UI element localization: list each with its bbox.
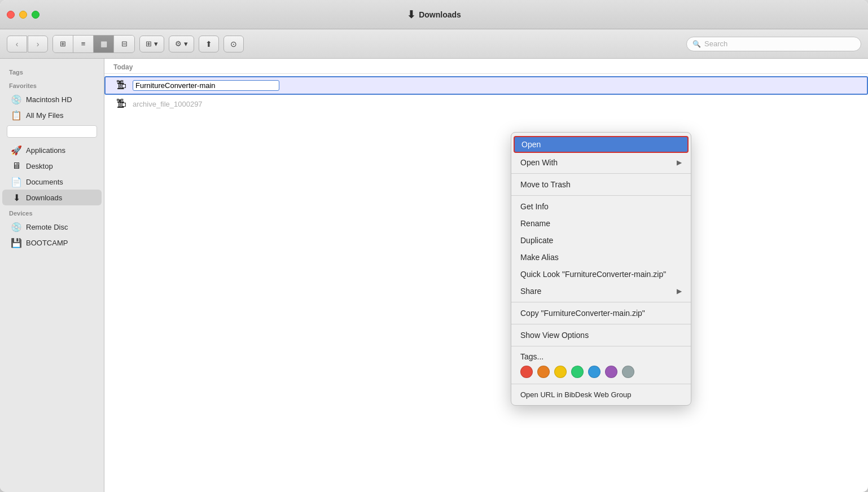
sidebar-item-documents[interactable]: 📄 Documents xyxy=(2,174,102,190)
sidebar-item-bootcamp[interactable]: 💾 BOOTCAMP xyxy=(2,235,102,251)
sidebar-item-label: Macintosh HD xyxy=(26,95,72,104)
file-item-archive[interactable]: 🗜 archive_file_1000297 xyxy=(104,95,868,113)
context-menu-rename[interactable]: Rename xyxy=(511,215,691,232)
sidebar-item-downloads[interactable]: ⬇ Downloads xyxy=(2,190,102,205)
sidebar-item-label: Desktop xyxy=(26,162,53,170)
view-icon-icon: ⊞ xyxy=(60,39,66,48)
view-list-button[interactable]: ≡ xyxy=(73,36,94,52)
context-menu-get-info[interactable]: Get Info xyxy=(511,198,691,215)
sidebar-item-desktop[interactable]: 🖥 Desktop xyxy=(2,158,102,174)
arrange-button[interactable]: ⊞ ▾ xyxy=(139,36,164,52)
context-menu-open-with[interactable]: Open With ▶ xyxy=(511,154,691,171)
view-column-icon: ▦ xyxy=(100,39,107,48)
view-cover-icon: ⊟ xyxy=(121,39,128,48)
share-menu-label: Share xyxy=(520,287,541,296)
view-icon-button[interactable]: ⊞ xyxy=(53,36,73,52)
sidebar-item-applications[interactable]: 🚀 Applications xyxy=(2,142,102,158)
bootcamp-icon: 💾 xyxy=(11,238,21,248)
tag-dot-green[interactable] xyxy=(571,366,584,378)
share-icon: ⬆ xyxy=(205,39,212,49)
make-alias-label: Make Alias xyxy=(520,253,559,262)
back-icon: ‹ xyxy=(16,39,19,49)
open-url-label: Open URL in BibDesk Web Group xyxy=(520,390,632,399)
move-to-trash-label: Move to Trash xyxy=(520,180,571,189)
duplicate-label: Duplicate xyxy=(520,236,553,245)
maximize-button[interactable] xyxy=(32,11,40,19)
nav-buttons: ‹ › xyxy=(7,36,48,52)
context-menu-move-to-trash[interactable]: Move to Trash xyxy=(511,176,691,193)
context-menu-quick-look[interactable]: Quick Look "FurnitureConverter-main.zip" xyxy=(511,266,691,283)
context-menu-open-url[interactable]: Open URL in BibDesk Web Group xyxy=(511,386,691,403)
title-bar: ⬇ Downloads xyxy=(0,0,868,29)
action-dropdown-icon: ▾ xyxy=(184,39,188,48)
back-button[interactable]: ‹ xyxy=(7,36,27,52)
label-icon: ⊙ xyxy=(230,39,237,49)
tag-dot-yellow[interactable] xyxy=(554,366,567,378)
context-menu-open[interactable]: Open xyxy=(514,136,689,153)
arrange-dropdown-icon: ▾ xyxy=(154,39,158,48)
share-button[interactable]: ⬆ xyxy=(199,36,219,52)
show-view-options-label: Show View Options xyxy=(520,331,589,340)
tag-dot-gray[interactable] xyxy=(622,366,634,378)
sidebar-item-all-my-files[interactable]: 📋 All My Files xyxy=(2,107,102,123)
separator-4 xyxy=(511,324,691,324)
sidebar-devices-header: Devices xyxy=(0,205,104,219)
context-menu-make-alias[interactable]: Make Alias xyxy=(511,249,691,266)
sidebar-item-label: Documents xyxy=(26,178,63,186)
open-with-label: Open With xyxy=(520,158,558,167)
close-button[interactable] xyxy=(7,11,15,19)
tag-dot-purple[interactable] xyxy=(605,366,617,378)
sidebar-item-label: Downloads xyxy=(26,194,62,202)
copy-label: Copy "FurnitureConverter-main.zip" xyxy=(520,309,645,318)
arrange-icon: ⊞ xyxy=(146,39,152,48)
toolbar: ‹ › ⊞ ≡ ▦ ⊟ ⊞ ▾ ⚙ xyxy=(0,29,868,59)
window-title-icon: ⬇ xyxy=(407,8,415,21)
label-button[interactable]: ⊙ xyxy=(223,36,244,52)
context-menu-show-view-options[interactable]: Show View Options xyxy=(511,327,691,344)
context-menu-duplicate[interactable]: Duplicate xyxy=(511,232,691,249)
sidebar-item-label: All My Files xyxy=(26,111,63,120)
tag-dot-orange[interactable] xyxy=(537,366,550,378)
window-title: ⬇ Downloads xyxy=(407,8,461,21)
sidebar-search-box[interactable] xyxy=(7,125,97,138)
separator-5 xyxy=(511,346,691,346)
sidebar-item-remote-disc[interactable]: 💿 Remote Disc xyxy=(2,219,102,235)
action-button[interactable]: ⚙ ▾ xyxy=(169,36,194,52)
rename-input[interactable] xyxy=(133,80,279,91)
view-column-button[interactable]: ▦ xyxy=(94,36,114,52)
sidebar-item-macintosh-hd[interactable]: 💿 Macintosh HD xyxy=(2,91,102,107)
desktop-icon: 🖥 xyxy=(11,161,21,171)
share-arrow: ▶ xyxy=(677,287,682,295)
separator-3 xyxy=(511,302,691,302)
quick-look-label: Quick Look "FurnitureConverter-main.zip" xyxy=(520,270,666,279)
forward-button[interactable]: › xyxy=(28,36,48,52)
all-my-files-icon: 📋 xyxy=(11,110,21,120)
minimize-button[interactable] xyxy=(19,11,27,19)
tags-label[interactable]: Tags... xyxy=(520,352,682,361)
tag-dot-red[interactable] xyxy=(520,366,533,378)
zip-file-icon-2: 🗜 xyxy=(115,98,128,110)
sidebar: Tags Favorites 💿 Macintosh HD 📋 All My F… xyxy=(0,59,104,492)
remote-disc-icon: 💿 xyxy=(11,222,21,232)
sidebar-item-label: Applications xyxy=(26,146,65,155)
search-placeholder: Search xyxy=(704,39,727,48)
search-box[interactable]: 🔍 Search xyxy=(686,37,861,51)
window-title-text: Downloads xyxy=(419,10,461,19)
view-list-icon: ≡ xyxy=(81,39,86,48)
context-menu-share[interactable]: Share ▶ xyxy=(511,283,691,300)
view-cover-button[interactable]: ⊟ xyxy=(114,36,134,52)
tag-dot-blue[interactable] xyxy=(588,366,600,378)
tags-section: Tags... xyxy=(511,349,691,381)
file-item-name: archive_file_1000297 xyxy=(133,100,203,108)
get-info-label: Get Info xyxy=(520,202,549,211)
file-item-furniture-converter[interactable]: 🗜 xyxy=(104,76,868,95)
separator-2 xyxy=(511,195,691,196)
zip-file-icon: 🗜 xyxy=(115,80,128,91)
sidebar-item-label: BOOTCAMP xyxy=(26,239,68,247)
rename-label: Rename xyxy=(520,219,550,228)
macintosh-hd-icon: 💿 xyxy=(11,94,21,104)
sidebar-tags-header: Tags xyxy=(0,64,104,78)
traffic-lights xyxy=(7,11,40,19)
context-menu-copy[interactable]: Copy "FurnitureConverter-main.zip" xyxy=(511,305,691,322)
tag-dots xyxy=(520,366,682,378)
